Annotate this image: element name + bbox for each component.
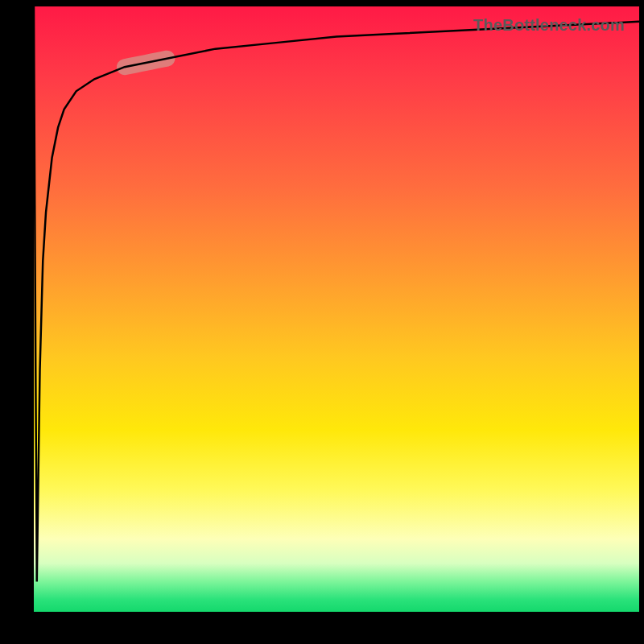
plot-area: TheBottleneck.com xyxy=(34,6,639,612)
chart-frame: TheBottleneck.com xyxy=(0,0,644,644)
attribution-text: TheBottleneck.com xyxy=(473,16,625,35)
bottleneck-curve xyxy=(34,6,639,581)
series-layer xyxy=(34,6,639,612)
